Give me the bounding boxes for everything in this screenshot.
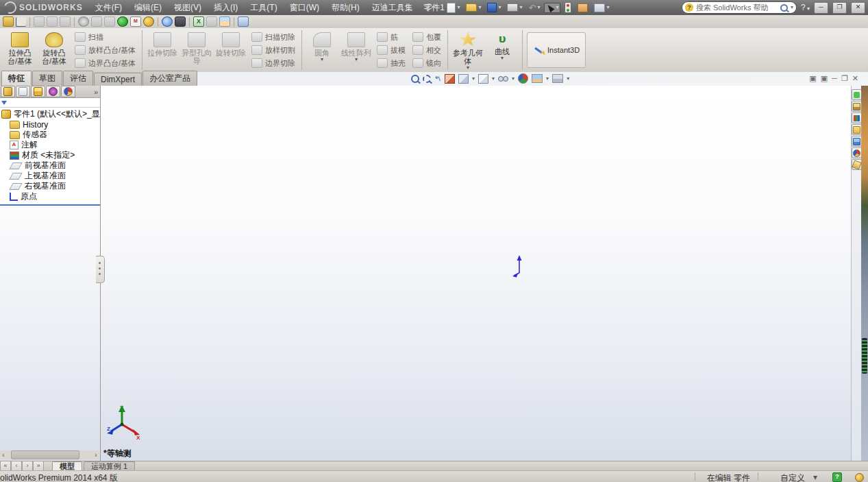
restore-button[interactable]: ❐ — [832, 2, 847, 14]
menu-view[interactable]: 视图(V) — [169, 1, 207, 15]
key-tool-icon[interactable] — [3, 16, 14, 27]
solidworks-resources-button[interactable] — [852, 101, 862, 112]
tag-status-icon[interactable] — [855, 473, 864, 482]
featuremanager-tab[interactable] — [1, 86, 15, 97]
minimize-button[interactable]: ─ — [814, 2, 828, 14]
next-tab-icon[interactable]: › — [22, 461, 33, 471]
menu-pin-icon[interactable]: ☉ — [420, 1, 438, 15]
menu-file[interactable]: 文件(F) — [90, 1, 127, 15]
tab-features[interactable]: 特征 — [1, 71, 32, 86]
view-orientation-icon[interactable] — [458, 74, 469, 84]
image-export-icon[interactable] — [219, 16, 230, 27]
menu-insert[interactable]: 插入(I) — [208, 1, 243, 15]
doc-close-icon[interactable]: ✕ — [852, 74, 858, 83]
graphics-viewport[interactable]: Y X Z *等轴测 — [101, 86, 852, 461]
open-button[interactable]: ▾ — [464, 2, 483, 13]
displaymanager-tab[interactable] — [61, 86, 75, 97]
apply-scene-icon[interactable] — [532, 74, 543, 83]
corner-ruler-icon[interactable] — [16, 17, 26, 27]
options-button[interactable]: ▾ — [592, 2, 611, 14]
tree-item-material[interactable]: 材质 <未指定> — [1, 150, 100, 160]
doc-window-icon[interactable]: ▣ — [809, 74, 816, 83]
tree-item-sensors[interactable]: 传感器 — [1, 130, 100, 140]
first-tab-icon[interactable]: « — [0, 461, 11, 471]
zoom-to-fit-icon[interactable] — [411, 75, 419, 83]
tab-office-products[interactable]: 办公室产品 — [142, 71, 197, 86]
scrollbar-thumb[interactable] — [11, 450, 79, 459]
menu-help[interactable]: 帮助(H) — [326, 1, 365, 15]
mw-tool-icon[interactable] — [130, 16, 141, 27]
tree-item-front-plane[interactable]: 前视基准面 — [1, 160, 100, 171]
swept-boss-button[interactable]: 扫描 — [73, 32, 138, 43]
dropdown-arrow-icon[interactable]: ▾ — [512, 75, 514, 82]
rebuild-button[interactable] — [562, 1, 573, 14]
save-button[interactable]: ▾ — [485, 1, 503, 14]
gold-gear-icon[interactable] — [143, 16, 154, 27]
file-properties-button[interactable] — [575, 2, 590, 14]
menu-tools[interactable]: 工具(T) — [245, 1, 282, 15]
dropdown-arrow-icon[interactable]: ▾ — [492, 75, 495, 82]
menu-window[interactable]: 窗口(W) — [284, 1, 325, 15]
tree-item-history[interactable]: History — [1, 119, 100, 130]
tree-item-origin[interactable]: 原点 — [1, 191, 100, 202]
tab-sketch[interactable]: 草图 — [32, 71, 62, 86]
file-explorer-button[interactable] — [852, 124, 862, 135]
notebook-tool-icon[interactable] — [238, 16, 249, 27]
instant3d-button[interactable]: Instant3D — [527, 32, 586, 68]
help-menu-button[interactable]: ? ▾ — [801, 3, 810, 12]
new-document-button[interactable]: ▾ — [445, 1, 462, 14]
view-settings-icon[interactable] — [552, 74, 563, 83]
dropdown-arrow-icon[interactable]: ▾ — [472, 75, 475, 82]
curves-button[interactable]: 曲线 ▾ — [485, 28, 519, 72]
appearances-button[interactable] — [852, 147, 862, 158]
prev-tab-icon[interactable]: ‹ — [11, 461, 22, 471]
view-palette-button[interactable] — [852, 136, 862, 147]
undo-button[interactable]: ↶▾ — [526, 2, 542, 14]
panel-overflow-icon[interactable]: » — [94, 88, 98, 96]
menu-maidi-tools[interactable]: 迈迪工具集 — [367, 1, 419, 15]
tree-item-right-plane[interactable]: 右视基准面 — [1, 181, 100, 191]
last-tab-icon[interactable]: » — [33, 461, 44, 471]
scroll-right-icon[interactable]: › — [92, 450, 99, 459]
tree-filter-bar[interactable] — [0, 98, 100, 108]
hide-show-items-icon[interactable] — [498, 76, 508, 81]
zoom-to-area-icon[interactable] — [423, 75, 431, 83]
select-button[interactable]: ▾ — [544, 3, 560, 13]
doc-minimize-icon[interactable]: ─ — [832, 74, 837, 83]
green-globe-icon[interactable] — [117, 16, 128, 27]
tree-root-part[interactable]: 零件1 (默认<<默认>_显示状态 1>) — [1, 109, 100, 119]
model-tab[interactable]: 模型 — [52, 461, 82, 471]
dropdown-arrow-icon[interactable]: ▾ — [567, 75, 569, 82]
printer-tool-icon[interactable] — [206, 16, 217, 27]
comments-button[interactable] — [852, 89, 862, 100]
excel-export-icon[interactable] — [193, 16, 204, 27]
search-input[interactable]: 搜索 SolidWorks 帮助 ▾ — [682, 1, 797, 14]
extruded-boss-base-button[interactable]: 拉伸凸台/基体 — [3, 28, 37, 72]
status-dropdown-icon[interactable]: ▾ — [813, 472, 817, 482]
revolved-boss-base-button[interactable]: 旋转凸台/基体 — [37, 28, 71, 72]
doc-window-icon[interactable]: ▣ — [821, 74, 828, 83]
custom-properties-button[interactable] — [852, 159, 862, 170]
section-view-icon[interactable] — [445, 74, 455, 84]
configurationmanager-tab[interactable] — [31, 86, 45, 97]
design-library-button[interactable] — [852, 112, 862, 123]
lofted-boss-button[interactable]: 放样凸台/基体 — [73, 45, 138, 56]
search-dropdown-icon[interactable]: ▾ — [791, 5, 793, 10]
doc-restore-icon[interactable]: ❐ — [841, 74, 848, 83]
menu-edit[interactable]: 编辑(E) — [129, 1, 167, 15]
previous-view-icon[interactable]: ↰ — [433, 73, 443, 84]
dropdown-arrow-icon[interactable]: ▾ — [546, 75, 549, 82]
custom-status-text[interactable]: 自定义 — [780, 472, 805, 482]
edit-appearance-icon[interactable] — [518, 73, 528, 84]
binoculars-icon[interactable] — [175, 16, 186, 27]
tab-dimxpert[interactable]: DimXpert — [94, 73, 142, 86]
display-style-icon[interactable] — [478, 74, 488, 84]
propertymanager-tab[interactable] — [16, 86, 30, 97]
blue-magnifier-icon[interactable] — [162, 16, 173, 27]
gear-tool-icon[interactable] — [78, 16, 89, 27]
print-button[interactable]: ▾ — [505, 2, 524, 13]
tree-item-annotations[interactable]: 注解 — [1, 140, 100, 150]
boundary-boss-button[interactable]: 边界凸台/基体 — [73, 58, 138, 69]
help-status-icon[interactable] — [832, 472, 842, 482]
tree-item-top-plane[interactable]: 上视基准面 — [1, 171, 100, 181]
